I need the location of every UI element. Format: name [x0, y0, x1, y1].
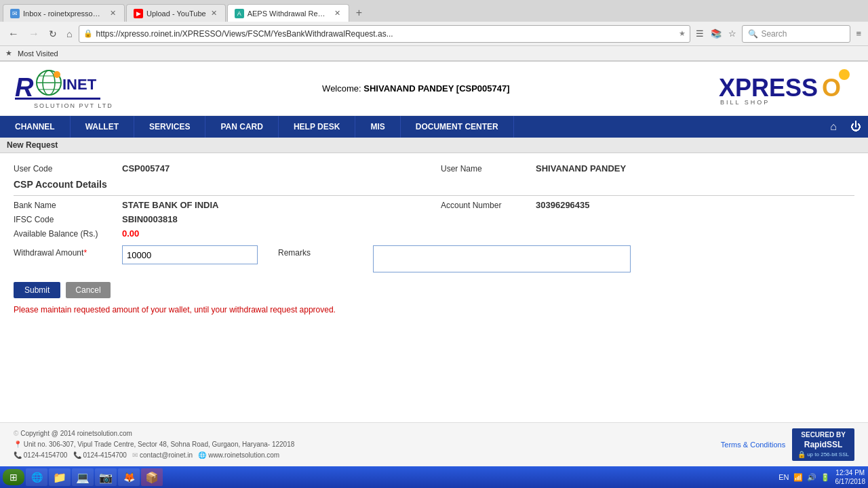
refresh-button[interactable]: ↻ — [46, 27, 60, 41]
user-info-row: User Code CSP005747 User Name SHIVANAND … — [14, 163, 854, 174]
breadcrumb-label: New Request — [7, 140, 58, 150]
nav-item-channel[interactable]: CHANNEL — [0, 116, 71, 138]
terms-link[interactable]: Terms & Conditions — [721, 441, 785, 449]
xpresso-logo: XPRESS O BILL SHOP — [719, 69, 854, 108]
bookmark-button[interactable]: ☆ — [727, 27, 738, 40]
svg-text:XPRESS: XPRESS — [719, 74, 818, 102]
welcome-label: Welcome: — [322, 83, 361, 94]
taskbar-firefox-icon[interactable]: 🦊 — [118, 468, 140, 486]
taskbar: ⊞ 🌐 📁 💻 📷 🦊 📦 EN 📶 🔊 🔋 12:34 PM 6/17/201… — [0, 466, 868, 488]
page-content: R INET SOLUTION PVT LTD W — [0, 62, 868, 325]
nav-menu: CHANNEL WALLET SERVICES PAN CARD HELP DE… — [0, 116, 868, 138]
tab-3-close[interactable]: ✕ — [333, 9, 342, 18]
submit-button[interactable]: Submit — [14, 282, 60, 298]
search-icon: 🔍 — [748, 29, 758, 39]
welcome-area: Welcome: SHIVANAND PANDEY [CSP005747] — [113, 83, 719, 94]
remarks-input[interactable] — [373, 245, 631, 272]
account-number-value: 30396296435 — [536, 200, 854, 210]
bank-row: Bank Name STATE BANK OF INDIA Account Nu… — [14, 200, 854, 210]
svg-text:R: R — [15, 73, 34, 102]
taskbar-media-icon[interactable]: 📷 — [95, 468, 117, 486]
bookmarks-bar: ★ Most Visited — [0, 46, 868, 61]
nav-home-icon[interactable]: ⌂ — [823, 121, 844, 133]
nav-item-services[interactable]: SERVICES — [134, 116, 205, 138]
search-input-placeholder: Search — [761, 29, 787, 39]
section-title-area: CSP Account Details — [14, 179, 854, 190]
home-button[interactable]: ⌂ — [64, 27, 75, 41]
nav-item-help-desk[interactable]: HELP DESK — [279, 116, 355, 138]
user-name-value: SHIVANAND PANDEY — [536, 163, 854, 174]
breadcrumb-bar: New Request — [0, 138, 868, 153]
tab-3[interactable]: A AEPS Withdrawal Request ✕ — [227, 4, 349, 22]
page-header: R INET SOLUTION PVT LTD W — [0, 62, 868, 116]
balance-value: 0.00 — [122, 228, 139, 239]
balance-label: Available Balance (Rs.) — [14, 229, 122, 239]
svg-text:BILL SHOP: BILL SHOP — [720, 99, 770, 106]
tab-3-favicon: A — [235, 9, 244, 18]
tab-1-favicon: ✉ — [10, 9, 20, 18]
remarks-label: Remarks — [278, 245, 373, 258]
back-button[interactable]: ← — [5, 26, 22, 41]
bookmark-star[interactable]: ★ — [679, 29, 686, 38]
required-indicator: * — [83, 248, 87, 258]
address-text: https://xpresso.roinet.in/XPRESSO/Views/… — [96, 29, 676, 39]
roinet-logo: R INET SOLUTION PVT LTD — [14, 68, 113, 109]
ssl-sub: up to 256-bit SSL — [807, 451, 849, 458]
xpresso-logo-svg: XPRESS O BILL SHOP — [719, 69, 854, 106]
tab-1-label: Inbox - roinetxpresso@gmail.c... — [23, 9, 105, 18]
most-visited-bookmark[interactable]: Most Visited — [15, 49, 61, 58]
network-icon: 📶 — [793, 473, 803, 482]
svg-point-11 — [839, 69, 850, 80]
svg-text:O: O — [822, 74, 841, 102]
browser-chrome: ✉ Inbox - roinetxpresso@gmail.c... ✕ ▶ U… — [0, 0, 868, 62]
ifsc-code-label: IFSC Code — [14, 215, 122, 224]
taskbar-computer-icon[interactable]: 💻 — [72, 468, 94, 486]
tab-1[interactable]: ✉ Inbox - roinetxpresso@gmail.c... ✕ — [3, 4, 125, 22]
volume-icon: 🔊 — [807, 473, 816, 482]
address-bar[interactable]: 🔒 https://xpresso.roinet.in/XPRESSO/View… — [79, 25, 690, 43]
user-code-label: User Code — [14, 164, 122, 174]
welcome-user: SHIVANAND PANDEY [CSP005747] — [363, 83, 509, 94]
withdrawal-amount-input[interactable] — [122, 245, 258, 264]
nav-bar: ← → ↻ ⌂ 🔒 https://xpresso.roinet.in/XPRE… — [0, 22, 868, 46]
menu-button[interactable]: ≡ — [854, 27, 863, 40]
tab-2[interactable]: ▶ Upload - YouTube ✕ — [126, 4, 226, 22]
roinet-subtitle: SOLUTION PVT LTD — [34, 102, 113, 109]
svg-point-6 — [54, 71, 60, 78]
section-title: CSP Account Details — [14, 179, 107, 190]
ifsc-code-value: SBIN0003818 — [122, 214, 854, 224]
nav-item-document-center[interactable]: DOCUMENT CENTER — [401, 116, 514, 138]
forward-button[interactable]: → — [26, 26, 42, 41]
nav-item-wallet[interactable]: WALLET — [71, 116, 134, 138]
reader-button[interactable]: 📚 — [709, 27, 723, 40]
sidebar-button[interactable]: ☰ — [694, 27, 705, 40]
footer-info: © Copyright @ 2014 roinetsolution.com 📍 … — [14, 428, 294, 461]
footer-contacts: 📞 0124-4154700 📞 0124-4154700 ✉ contact@… — [14, 450, 294, 461]
main-content: User Code CSP005747 User Name SHIVANAND … — [0, 153, 868, 325]
svg-rect-8 — [15, 98, 100, 100]
footer-address: 📍 Unit no. 306-307, Vipul Trade Centre, … — [14, 439, 294, 450]
nav-power-icon[interactable]: ⏻ — [844, 121, 868, 133]
cancel-button[interactable]: Cancel — [66, 282, 110, 298]
form-actions: Submit Cancel — [14, 282, 854, 298]
taskbar-folder-icon[interactable]: 📁 — [49, 468, 71, 486]
ssl-secured-label: SECURED BY — [801, 431, 846, 439]
start-button[interactable]: ⊞ — [3, 469, 24, 485]
taskbar-system-area: EN 📶 🔊 🔋 — [774, 473, 833, 482]
ifsc-row: IFSC Code SBIN0003818 — [14, 214, 854, 224]
search-box[interactable]: 🔍 Search — [742, 25, 850, 43]
tab-1-close[interactable]: ✕ — [108, 9, 117, 18]
svg-text:INET: INET — [62, 76, 97, 93]
taskbar-app-icon[interactable]: 📦 — [141, 468, 163, 486]
balance-row: Available Balance (Rs.) 0.00 — [14, 228, 854, 239]
tab-2-close[interactable]: ✕ — [210, 9, 218, 18]
battery-icon: 🔋 — [821, 473, 830, 482]
nav-item-pan-card[interactable]: PAN CARD — [205, 116, 278, 138]
roinet-logo-svg: R INET — [14, 68, 102, 105]
taskbar-chrome-icon[interactable]: 🌐 — [26, 468, 47, 486]
roinet-logo-graphic: R INET — [14, 68, 102, 105]
nav-item-mis[interactable]: MIS — [355, 116, 400, 138]
user-code-value: CSP005747 — [122, 163, 441, 174]
bank-name-label: Bank Name — [14, 201, 122, 210]
new-tab-button[interactable]: + — [351, 4, 368, 22]
